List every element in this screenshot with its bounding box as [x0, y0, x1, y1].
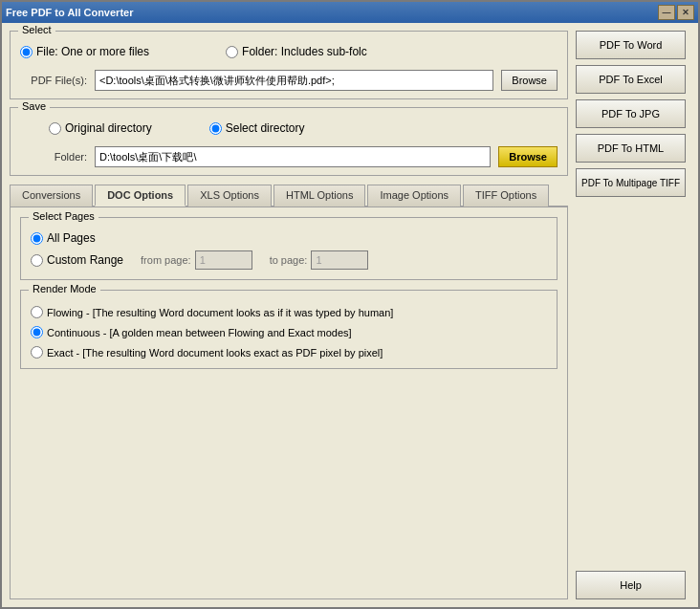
folder-input[interactable]: [95, 146, 491, 167]
pdf-to-word-button[interactable]: PDF To Word: [576, 31, 686, 59]
flowing-option: Flowing - [The resulting Word document l…: [31, 306, 547, 318]
pdf-to-excel-button[interactable]: PDF To Excel: [576, 65, 686, 94]
to-page-label: to page:: [270, 254, 308, 266]
select-group-title: Select: [18, 24, 55, 35]
tab-tiff-options[interactable]: TIFF Options: [463, 185, 549, 207]
save-radio-row: Original directory Select directory: [20, 116, 558, 141]
exact-radio[interactable]: [31, 346, 43, 359]
from-page-label: from page:: [141, 254, 191, 266]
pdf-files-label: PDF File(s):: [20, 75, 87, 86]
save-group: Save Original directory Select directory…: [10, 107, 568, 176]
original-dir-label[interactable]: Original directory: [49, 121, 152, 135]
custom-range-row: Custom Range from page: to page:: [31, 250, 547, 270]
select-dir-radio[interactable]: [209, 122, 222, 135]
render-mode-title: Render Mode: [29, 283, 100, 294]
to-page-field: to page:: [270, 250, 369, 270]
flowing-text: Flowing - [The resulting Word document l…: [47, 307, 393, 318]
folder-row: Folder: Browse: [20, 146, 558, 167]
folder-browse-button[interactable]: Browse: [498, 146, 558, 167]
tab-doc-options[interactable]: DOC Options: [95, 185, 186, 207]
title-bar: Free PDF to All Converter — ✕: [2, 2, 698, 23]
custom-range-label[interactable]: Custom Range: [31, 253, 123, 267]
folder-label: Folder:: [20, 151, 87, 163]
help-button[interactable]: Help: [576, 571, 686, 599]
original-dir-text: Original directory: [65, 121, 152, 135]
minimize-button[interactable]: —: [658, 5, 675, 20]
original-dir-radio[interactable]: [49, 122, 61, 135]
pdf-browse-button[interactable]: Browse: [501, 70, 558, 91]
window-content: Select File: One or more files Folder: I…: [2, 23, 698, 607]
custom-range-radio[interactable]: [31, 254, 43, 267]
from-page-field: from page:: [141, 250, 252, 270]
doc-options-content: Select Pages All Pages Custom Range: [10, 207, 568, 599]
from-page-input[interactable]: [195, 250, 252, 270]
exact-option: Exact - [The resulting Word document loo…: [31, 346, 547, 359]
exact-label[interactable]: Exact - [The resulting Word document loo…: [31, 346, 383, 359]
file-radio-label[interactable]: File: One or more files: [20, 45, 149, 58]
flowing-label[interactable]: Flowing - [The resulting Word document l…: [31, 306, 393, 318]
pdf-to-html-button[interactable]: PDF To HTML: [576, 134, 686, 163]
window-title: Free PDF to All Converter: [6, 7, 133, 18]
render-mode-group: Render Mode Flowing - [The resulting Wor…: [20, 290, 558, 369]
all-pages-radio[interactable]: [31, 232, 43, 245]
all-pages-row: All Pages: [31, 231, 547, 245]
tab-xls-options[interactable]: XLS Options: [187, 185, 272, 207]
select-dir-label[interactable]: Select directory: [209, 121, 305, 135]
select-pages-title: Select Pages: [29, 210, 98, 222]
save-group-title: Save: [18, 100, 50, 112]
select-dir-text: Select directory: [226, 121, 305, 135]
right-panel: PDF To Word PDF To Excel PDF To JPG PDF …: [576, 31, 690, 599]
continuous-text: Continuous - [A golden mean between Flow…: [47, 327, 352, 338]
close-button[interactable]: ✕: [677, 5, 694, 20]
pdf-to-jpg-button[interactable]: PDF To JPG: [576, 99, 686, 128]
continuous-option: Continuous - [A golden mean between Flow…: [31, 326, 547, 338]
all-pages-label[interactable]: All Pages: [31, 231, 96, 245]
pdf-files-input[interactable]: [95, 70, 493, 91]
flowing-radio[interactable]: [31, 306, 43, 318]
main-window: Free PDF to All Converter — ✕ Select Fil…: [0, 0, 700, 609]
tab-bar: Conversions DOC Options XLS Options HTML…: [10, 184, 568, 207]
continuous-radio[interactable]: [31, 326, 43, 338]
folder-radio-label[interactable]: Folder: Includes sub-folc: [226, 45, 367, 58]
file-radio-text: File: One or more files: [36, 45, 149, 58]
continuous-label[interactable]: Continuous - [A golden mean between Flow…: [31, 326, 352, 338]
custom-range-text: Custom Range: [47, 253, 123, 267]
tabs-container: Conversions DOC Options XLS Options HTML…: [10, 184, 568, 599]
tab-image-options[interactable]: Image Options: [367, 185, 461, 207]
pdf-to-tiff-button[interactable]: PDF To Multipage TIFF: [576, 168, 686, 197]
all-pages-text: All Pages: [47, 231, 96, 245]
tab-conversions[interactable]: Conversions: [10, 185, 93, 207]
folder-radio[interactable]: [226, 46, 238, 58]
title-bar-buttons: — ✕: [658, 5, 694, 20]
folder-radio-text: Folder: Includes sub-folc: [242, 45, 367, 58]
left-panel: Select File: One or more files Folder: I…: [10, 31, 568, 599]
select-radio-row: File: One or more files Folder: Includes…: [20, 39, 558, 64]
file-radio[interactable]: [20, 46, 33, 58]
pdf-files-row: PDF File(s): Browse: [20, 70, 558, 91]
select-pages-group: Select Pages All Pages Custom Range: [20, 217, 558, 280]
exact-text: Exact - [The resulting Word document loo…: [47, 347, 383, 359]
select-group: Select File: One or more files Folder: I…: [10, 31, 568, 99]
tab-html-options[interactable]: HTML Options: [273, 185, 366, 207]
to-page-input[interactable]: [311, 250, 368, 270]
